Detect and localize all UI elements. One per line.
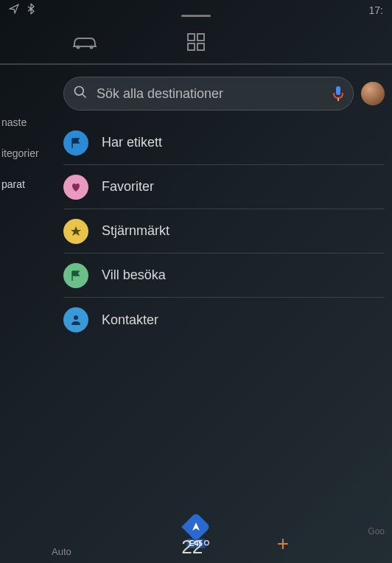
location-icon xyxy=(9,4,19,17)
sidebar-item-categories[interactable]: itegorier xyxy=(1,147,52,159)
saved-list: Har etikett Favoriter Stjärnmärkt xyxy=(63,121,385,342)
list-item-favorites[interactable]: Favoriter xyxy=(63,165,385,209)
person-icon xyxy=(63,307,88,332)
svg-rect-8 xyxy=(336,86,340,95)
svg-point-1 xyxy=(90,46,94,49)
status-bar: 17: xyxy=(0,0,392,21)
search-row: Sök alla destinationer xyxy=(63,77,385,111)
flag-icon xyxy=(63,263,88,288)
sidebar: naste itegorier parat xyxy=(0,65,52,563)
svg-point-6 xyxy=(75,87,84,96)
content-panel: Sök alla destinationer Har etikett xyxy=(52,65,392,563)
tab-car[interactable] xyxy=(70,27,99,57)
main-content: naste itegorier parat Sök alla destinati… xyxy=(0,65,392,563)
list-label: Vill besöka xyxy=(102,267,166,283)
mic-icon[interactable] xyxy=(332,85,344,102)
svg-rect-5 xyxy=(197,43,204,50)
star-icon xyxy=(63,219,88,244)
tab-apps[interactable] xyxy=(181,27,211,57)
heart-icon xyxy=(63,175,88,200)
list-item-contacts[interactable]: Kontakter xyxy=(63,298,385,342)
climate-auto[interactable]: Auto xyxy=(52,546,71,557)
sidebar-item-recent[interactable]: naste xyxy=(1,116,52,128)
sidebar-item-saved[interactable]: parat xyxy=(1,178,52,190)
temperature[interactable]: 22° xyxy=(181,536,210,559)
search-placeholder: Sök alla destinationer xyxy=(97,86,323,102)
svg-point-10 xyxy=(74,315,78,320)
list-label: Favoriter xyxy=(102,179,154,195)
clock: 17: xyxy=(369,4,383,16)
avatar[interactable] xyxy=(361,82,385,105)
list-label: Har etikett xyxy=(102,135,162,150)
app-screen: 17: naste itegorier parat Sök alla desti… xyxy=(0,0,392,563)
list-item-want-to-go[interactable]: Vill besöka xyxy=(63,253,385,298)
drag-handle[interactable] xyxy=(181,15,211,17)
svg-point-0 xyxy=(77,46,80,49)
map-attribution: Goo xyxy=(368,526,385,536)
list-item-starred[interactable]: Stjärnmärkt xyxy=(63,209,385,253)
search-icon xyxy=(73,85,88,102)
top-tab-bar xyxy=(0,21,392,65)
svg-rect-4 xyxy=(188,43,195,50)
svg-line-7 xyxy=(83,94,86,98)
svg-rect-2 xyxy=(188,34,195,41)
status-left xyxy=(9,3,35,18)
bluetooth-icon xyxy=(27,3,35,18)
svg-rect-3 xyxy=(197,34,204,41)
flag-icon xyxy=(63,130,88,155)
list-item-labeled[interactable]: Har etikett xyxy=(63,121,385,165)
temp-plus-button[interactable]: + xyxy=(277,532,289,556)
tab-more[interactable] xyxy=(293,27,322,57)
list-label: Stjärnmärkt xyxy=(102,223,169,239)
list-label: Kontakter xyxy=(102,312,158,328)
search-bar[interactable]: Sök alla destinationer xyxy=(63,77,354,111)
